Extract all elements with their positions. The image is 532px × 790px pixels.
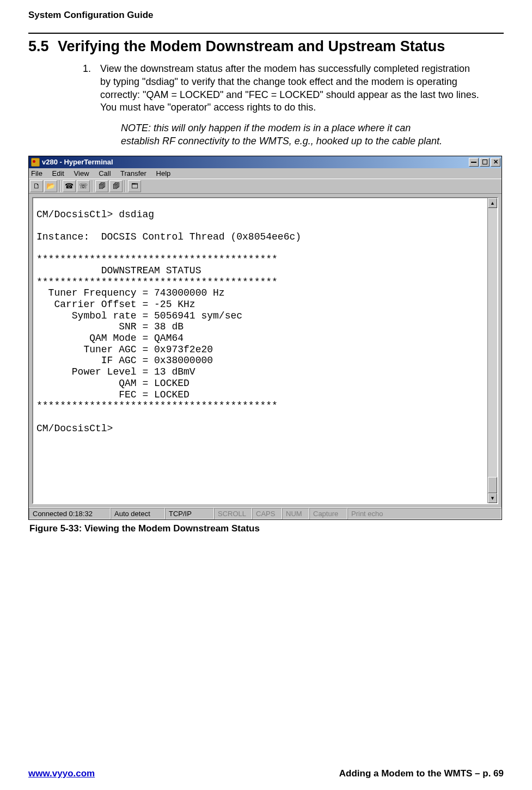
toolbar-separator — [59, 180, 60, 192]
send-button[interactable]: 🗐 — [95, 180, 108, 192]
doc-title: System Configuration Guide — [28, 10, 504, 21]
menu-help[interactable]: Help — [156, 169, 171, 177]
scrollbar-track[interactable] — [488, 208, 497, 493]
scrollbar-thumb[interactable] — [488, 477, 497, 493]
status-connected: Connected 0:18:32 — [29, 508, 111, 519]
new-file-icon: 🗋 — [33, 182, 40, 190]
chevron-up-icon: ▲ — [490, 200, 495, 206]
properties-button[interactable]: 🗔 — [128, 180, 141, 192]
menu-file[interactable]: File — [31, 169, 42, 177]
figure-caption: Figure 5-33: Viewing the Modem Downstrea… — [29, 523, 504, 534]
chevron-down-icon: ▼ — [490, 495, 495, 501]
send-icon: 🗐 — [99, 182, 106, 190]
menu-call[interactable]: Call — [99, 169, 111, 177]
status-detect: Auto detect — [111, 508, 165, 519]
menu-view[interactable]: View — [74, 169, 89, 177]
hyperterminal-window: v280 - HyperTerminal ✕ File Edit View Ca… — [28, 156, 502, 520]
close-button[interactable]: ✕ — [491, 158, 500, 167]
horizontal-rule — [28, 33, 504, 34]
status-num: NUM — [282, 508, 309, 519]
step-1: 1. View the downstream status after the … — [83, 63, 482, 114]
client-area: CM/DocsisCtl> dsdiag Instance: DOCSIS Co… — [29, 194, 502, 507]
scroll-down-button[interactable]: ▼ — [488, 493, 497, 503]
titlebar: v280 - HyperTerminal ✕ — [29, 156, 502, 168]
toolbar-separator — [92, 180, 93, 192]
maximize-icon — [482, 160, 487, 164]
open-file-icon: 📂 — [46, 182, 55, 190]
close-icon: ✕ — [493, 158, 498, 166]
section-number: 5.5 — [28, 38, 58, 55]
menu-edit[interactable]: Edit — [52, 169, 64, 177]
phone-disconnect-button[interactable]: ☏ — [77, 180, 90, 192]
section-title: Verifying the Modem Downstream and Upstr… — [58, 38, 504, 55]
section-heading: 5.5 Verifying the Modem Downstream and U… — [28, 38, 504, 55]
new-file-button[interactable]: 🗋 — [30, 180, 43, 192]
status-caps: CAPS — [252, 508, 282, 519]
receive-button[interactable]: 🗐 — [109, 180, 123, 192]
minimize-icon — [471, 162, 476, 163]
scroll-up-button[interactable]: ▲ — [488, 198, 497, 208]
menu-transfer[interactable]: Transfer — [120, 169, 146, 177]
status-capture: Capture — [309, 508, 347, 519]
status-scroll: SCROLL — [214, 508, 252, 519]
step-marker: 1. — [83, 63, 100, 114]
receive-icon: 🗐 — [113, 182, 120, 190]
phone-connect-button[interactable]: ☎ — [63, 180, 76, 192]
minimize-button[interactable] — [469, 158, 479, 167]
menubar: File Edit View Call Transfer Help — [29, 168, 502, 179]
open-file-button[interactable]: 📂 — [44, 180, 57, 192]
toolbar: 🗋 📂 ☎ ☏ 🗐 🗐 🗔 — [29, 179, 502, 194]
toolbar-separator — [125, 180, 126, 192]
page-footer: www.vyyo.com Adding a Modem to the WMTS … — [28, 768, 504, 779]
footer-right: Adding a Modem to the WMTS – p. 69 — [339, 768, 504, 779]
status-print-echo: Print echo — [347, 508, 502, 519]
terminal[interactable]: CM/DocsisCtl> dsdiag Instance: DOCSIS Co… — [33, 198, 487, 503]
terminal-wrap: CM/DocsisCtl> dsdiag Instance: DOCSIS Co… — [32, 197, 498, 504]
window-title: v280 - HyperTerminal — [42, 158, 113, 166]
vertical-scrollbar[interactable]: ▲ ▼ — [487, 198, 497, 503]
note: NOTE: this will only happen if the modem… — [121, 122, 449, 148]
footer-url: www.vyyo.com — [28, 768, 95, 779]
step-text: View the downstream status after the mod… — [100, 63, 482, 114]
phone-connect-icon: ☎ — [65, 182, 74, 190]
phone-disconnect-icon: ☏ — [79, 182, 88, 190]
statusbar: Connected 0:18:32 Auto detect TCP/IP SCR… — [29, 507, 502, 519]
app-icon — [31, 158, 40, 167]
maximize-button[interactable] — [480, 158, 490, 167]
status-protocol: TCP/IP — [165, 508, 214, 519]
properties-icon: 🗔 — [131, 182, 138, 190]
